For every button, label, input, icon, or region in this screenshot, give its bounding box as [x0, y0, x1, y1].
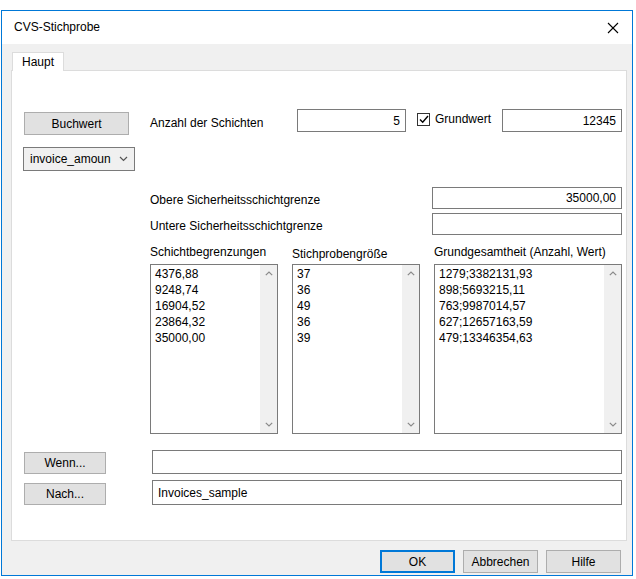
list-item[interactable]: 36: [293, 282, 402, 298]
screenshot-root: CVS-Stichprobe Haupt Buchwert invoice_am…: [0, 0, 636, 579]
obere-sicherheitsschichtgrenze-input[interactable]: [432, 187, 622, 209]
grundwert-checkbox[interactable]: Grundwert: [417, 112, 491, 126]
close-icon: [607, 22, 619, 34]
list-item[interactable]: 49: [293, 298, 402, 314]
nach-button[interactable]: Nach...: [24, 483, 106, 505]
grundwert-checkbox-box[interactable]: [417, 113, 430, 126]
grundwert-input[interactable]: [502, 109, 622, 132]
scroll-up-button[interactable]: [260, 265, 277, 282]
schichtbegrenzungen-listbox[interactable]: 4376,88 9248,74 16904,52 23864,32 35000,…: [150, 264, 278, 434]
titlebar: CVS-Stichprobe: [2, 11, 632, 44]
list-item[interactable]: 898;5693215,11: [435, 282, 604, 298]
untere-sicherheitsschichtgrenze-input[interactable]: [432, 213, 622, 235]
close-button[interactable]: [594, 11, 632, 44]
ok-button[interactable]: OK: [380, 550, 455, 573]
grundgesamtheit-listbox[interactable]: 1279;3382131,93 898;5693215,11 763;99870…: [434, 264, 622, 434]
scroll-up-button[interactable]: [402, 265, 419, 282]
wenn-input[interactable]: [152, 450, 622, 474]
stichprobengroesse-label: Stichprobengröße: [292, 247, 387, 261]
field-dropdown-value: invoice_amoun: [30, 152, 111, 166]
tab-panel: Buchwert invoice_amoun Anzahl der Schich…: [11, 70, 627, 541]
scroll-down-button[interactable]: [402, 416, 419, 433]
tab-haupt-label: Haupt: [22, 55, 54, 69]
scrollbar[interactable]: [402, 265, 419, 433]
list-item[interactable]: 37: [293, 266, 402, 282]
list-item[interactable]: 4376,88: [151, 266, 260, 282]
obere-sicherheitsschichtgrenze-label: Obere Sicherheitsschichtgrenze: [150, 193, 320, 207]
window-title: CVS-Stichprobe: [14, 11, 100, 44]
buchwert-button[interactable]: Buchwert: [24, 112, 129, 135]
scrollbar[interactable]: [604, 265, 621, 433]
list-item[interactable]: 39: [293, 330, 402, 346]
list-item[interactable]: 35000,00: [151, 330, 260, 346]
chevron-up-icon: [609, 271, 617, 276]
schichtbegrenzungen-label: Schichtbegrenzungen: [150, 245, 266, 259]
hilfe-button[interactable]: Hilfe: [546, 550, 621, 573]
scroll-down-button[interactable]: [260, 416, 277, 433]
scrollbar[interactable]: [260, 265, 277, 433]
checkmark-icon: [419, 115, 429, 124]
chevron-down-icon: [265, 422, 273, 427]
list-item[interactable]: 763;9987014,57: [435, 298, 604, 314]
list-item[interactable]: 9248,74: [151, 282, 260, 298]
tab-haupt[interactable]: Haupt: [12, 52, 64, 71]
list-item[interactable]: 16904,52: [151, 298, 260, 314]
grundwert-label: Grundwert: [435, 112, 491, 126]
schichtbegrenzungen-items: 4376,88 9248,74 16904,52 23864,32 35000,…: [151, 266, 260, 433]
abbrechen-button[interactable]: Abbrechen: [463, 550, 538, 573]
grundgesamtheit-label: Grundgesamtheit (Anzahl, Wert): [434, 245, 606, 259]
chevron-up-icon: [265, 271, 273, 276]
list-item[interactable]: 1279;3382131,93: [435, 266, 604, 282]
chevron-down-icon: [609, 422, 617, 427]
scroll-up-button[interactable]: [604, 265, 621, 282]
chevron-down-icon: [119, 156, 128, 162]
untere-sicherheitsschichtgrenze-label: Untere Sicherheitsschichtgrenze: [150, 219, 323, 233]
chevron-up-icon: [407, 271, 415, 276]
nach-input[interactable]: [152, 480, 622, 505]
dialog-window: CVS-Stichprobe Haupt Buchwert invoice_am…: [1, 10, 633, 576]
anzahl-der-schichten-label: Anzahl der Schichten: [150, 116, 263, 130]
stichprobengroesse-items: 37 36 49 36 39: [293, 266, 402, 433]
list-item[interactable]: 36: [293, 314, 402, 330]
scroll-down-button[interactable]: [604, 416, 621, 433]
wenn-button[interactable]: Wenn...: [24, 452, 106, 474]
anzahl-der-schichten-input[interactable]: [297, 109, 406, 132]
list-item[interactable]: 627;12657163,59: [435, 314, 604, 330]
field-dropdown[interactable]: invoice_amoun: [23, 147, 135, 171]
stichprobengroesse-listbox[interactable]: 37 36 49 36 39: [292, 264, 420, 434]
list-item[interactable]: 23864,32: [151, 314, 260, 330]
chevron-down-icon: [407, 422, 415, 427]
grundgesamtheit-items: 1279;3382131,93 898;5693215,11 763;99870…: [435, 266, 604, 433]
list-item[interactable]: 479;13346354,63: [435, 330, 604, 346]
